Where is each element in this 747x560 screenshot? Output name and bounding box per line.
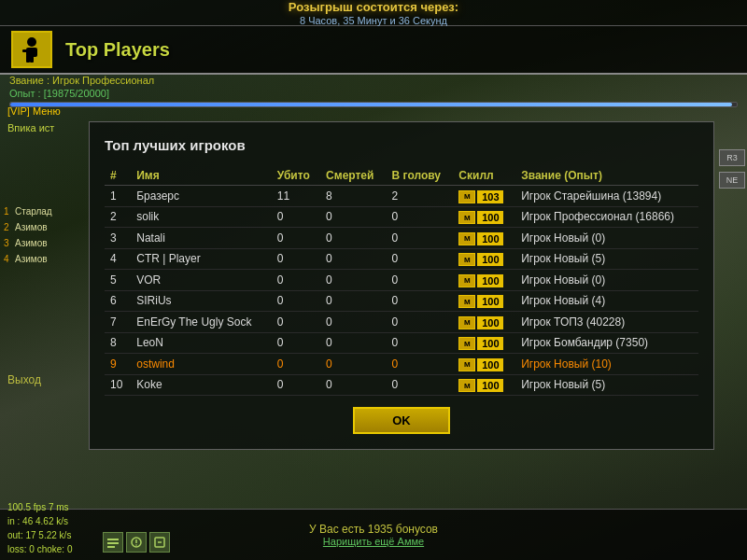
player-num: 4 — [4, 254, 15, 264]
in-stat: in : 46 4.62 k/s — [7, 514, 72, 528]
cell-rank: Игрок Новый (10) — [515, 354, 698, 375]
cell-name: Koke — [131, 374, 272, 396]
cell-skill: M100 — [453, 248, 515, 270]
player-name: Старлад — [15, 206, 52, 217]
player-num: 3 — [4, 238, 15, 248]
dialog-title: Топ лучших игроков — [105, 137, 698, 153]
skill-icon: M — [458, 190, 475, 203]
cell-kills: 0 — [272, 354, 320, 375]
cell-rank: Игрок Новый (4) — [515, 290, 698, 312]
cell-hs: 0 — [387, 312, 454, 333]
col-deaths: Смертей — [320, 166, 387, 186]
skill-num: 100 — [477, 211, 503, 224]
cell-name: VOR — [131, 270, 272, 291]
cell-name: CTR | Player — [131, 248, 272, 270]
cell-rank: Игрок ТОП3 (40228) — [515, 312, 698, 333]
cell-deaths: 0 — [320, 228, 387, 249]
svg-point-10 — [135, 544, 137, 546]
cell-num: 2 — [105, 206, 131, 228]
table-row: 2 solik 0 0 0 M100 Игрок Профессионал (1… — [105, 206, 698, 228]
cell-skill: M100 — [453, 228, 515, 249]
cell-hs: 0 — [387, 354, 454, 375]
skill-num: 100 — [477, 253, 503, 266]
col-name: Имя — [131, 166, 272, 186]
player-name: Азимов — [15, 222, 48, 232]
list-item: 1 Старлад — [0, 205, 82, 217]
cell-skill: M100 — [453, 374, 515, 396]
cell-num: 6 — [105, 290, 131, 312]
cell-kills: 0 — [272, 206, 320, 228]
cell-deaths: 8 — [320, 186, 387, 207]
bottom-icons — [103, 532, 170, 553]
cell-hs: 0 — [387, 332, 454, 354]
cell-deaths: 0 — [320, 332, 387, 354]
exp-progress-bar — [9, 102, 738, 107]
cell-hs: 0 — [387, 374, 454, 396]
bottom-icon-2[interactable] — [126, 532, 147, 553]
cell-hs: 0 — [387, 290, 454, 312]
header-icon — [11, 31, 52, 68]
cell-rank: Игрок Бомбандир (7350) — [515, 332, 698, 354]
cell-name: Natali — [131, 228, 272, 249]
exit-button[interactable]: Выход — [7, 373, 41, 386]
cell-rank: Игрок Новый (0) — [515, 228, 698, 249]
cell-skill: M100 — [453, 312, 515, 333]
table-row: 10 Koke 0 0 0 M100 Игрок Новый (5) — [105, 374, 698, 396]
rank-label: Звание : Игрок Профессионал — [9, 75, 738, 86]
cell-deaths: 0 — [320, 354, 387, 375]
skill-icon: M — [458, 358, 475, 371]
cell-num: 4 — [105, 248, 131, 270]
right-btn-r3[interactable]: R3 — [719, 149, 745, 166]
player-num: 2 — [4, 222, 15, 232]
cell-deaths: 0 — [320, 248, 387, 270]
cell-rank: Игрок Новый (5) — [515, 248, 698, 270]
cell-deaths: 0 — [320, 270, 387, 291]
skill-badge: M100 — [458, 316, 503, 329]
cell-kills: 11 — [272, 186, 320, 207]
left-sidebar: [VIP] Меню Впика ист — [0, 103, 84, 136]
raffle-time: 8 Часов, 35 Минут и 36 Секунд — [300, 15, 447, 26]
vip-menu-item[interactable]: [VIP] Меню — [0, 103, 84, 119]
table-row: 4 CTR | Player 0 0 0 M100 Игрок Новый (5… — [105, 248, 698, 270]
skill-icon: M — [458, 295, 475, 308]
cell-kills: 0 — [272, 290, 320, 312]
bonus-link[interactable]: Нарищить ещё Амме — [309, 536, 438, 547]
cell-name: solik — [131, 206, 272, 228]
player-list-left: 1 Старлад 2 Азимов 3 Азимов 4 Азимов — [0, 205, 82, 269]
skill-badge: M100 — [458, 211, 503, 224]
cell-num: 5 — [105, 270, 131, 291]
col-num: # — [105, 166, 131, 186]
history-menu-item[interactable]: Впика ист — [0, 119, 84, 136]
cell-deaths: 0 — [320, 206, 387, 228]
out-stat: out: 17 5.22 k/s — [7, 528, 72, 542]
bottom-icon-3[interactable] — [149, 532, 170, 553]
svg-rect-7 — [107, 546, 115, 548]
exp-label: Опыт : [19875/20000] — [9, 88, 738, 99]
col-rank: Звание (Опыт) — [515, 166, 698, 186]
cell-kills: 0 — [272, 270, 320, 291]
bonus-text: У Вас есть 1935 бонусов — [309, 523, 438, 536]
table-row: 6 SIRiUs 0 0 0 M100 Игрок Новый (4) — [105, 290, 698, 312]
cell-name: ostwind — [131, 354, 272, 375]
bottom-icon-1[interactable] — [103, 532, 123, 553]
ok-button[interactable]: OK — [353, 407, 450, 434]
cell-kills: 0 — [272, 332, 320, 354]
skill-icon: M — [458, 274, 475, 287]
cell-kills: 0 — [272, 312, 320, 333]
skill-badge: M100 — [458, 295, 503, 308]
right-btn-ne[interactable]: NE — [719, 172, 745, 189]
player-icon — [17, 35, 47, 64]
skill-num: 100 — [477, 337, 503, 350]
main-dialog: Топ лучших игроков # Имя Убито Смертей В… — [89, 121, 714, 450]
cell-skill: M100 — [453, 354, 515, 375]
cell-num: 7 — [105, 312, 131, 333]
skill-badge: M100 — [458, 337, 503, 350]
table-row: 7 EnErGy The Ugly Sock 0 0 0 M100 Игрок … — [105, 312, 698, 333]
svg-rect-6 — [107, 542, 119, 544]
svg-rect-2 — [22, 49, 30, 52]
cell-deaths: 0 — [320, 312, 387, 333]
table-row: 8 LeoN 0 0 0 M100 Игрок Бомбандир (7350) — [105, 332, 698, 354]
cell-hs: 0 — [387, 206, 454, 228]
cell-hs: 0 — [387, 228, 454, 249]
players-table: # Имя Убито Смертей В голову Скилл Звани… — [105, 166, 698, 396]
